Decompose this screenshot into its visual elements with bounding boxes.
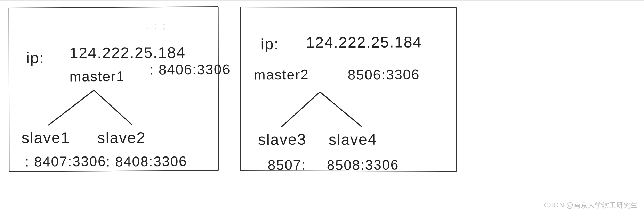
master1-label: master1: [70, 69, 125, 84]
master1-port: : 8406:3306: [150, 62, 231, 76]
scribble-left: . : ;: [146, 19, 167, 32]
master2-label: master2: [254, 68, 309, 82]
slave4-port: 8508:3306: [327, 158, 399, 172]
master2-port: 8506:3306: [348, 67, 420, 82]
ip-value-right: 124.222.25.184: [306, 34, 422, 50]
ip-label-left: ip:: [26, 50, 45, 66]
ip-label-right: ip:: [261, 36, 279, 52]
slave2-label: slave2: [97, 130, 146, 146]
slave4-label: slave4: [329, 132, 377, 147]
top-separator: [0, 0, 644, 1]
diagram-box-left: [9, 6, 219, 172]
slave3-label: slave3: [258, 132, 306, 147]
slave1-label: slave1: [22, 130, 70, 146]
slave2-port: : 8408:3306: [106, 154, 187, 168]
watermark: CSDN @南京大学软工研究生: [544, 201, 638, 210]
ip-value-left: 124.222.25.184: [70, 45, 186, 61]
slave3-port: 8507:: [268, 158, 306, 172]
slave1-port: : 8407:3306: [25, 154, 106, 168]
